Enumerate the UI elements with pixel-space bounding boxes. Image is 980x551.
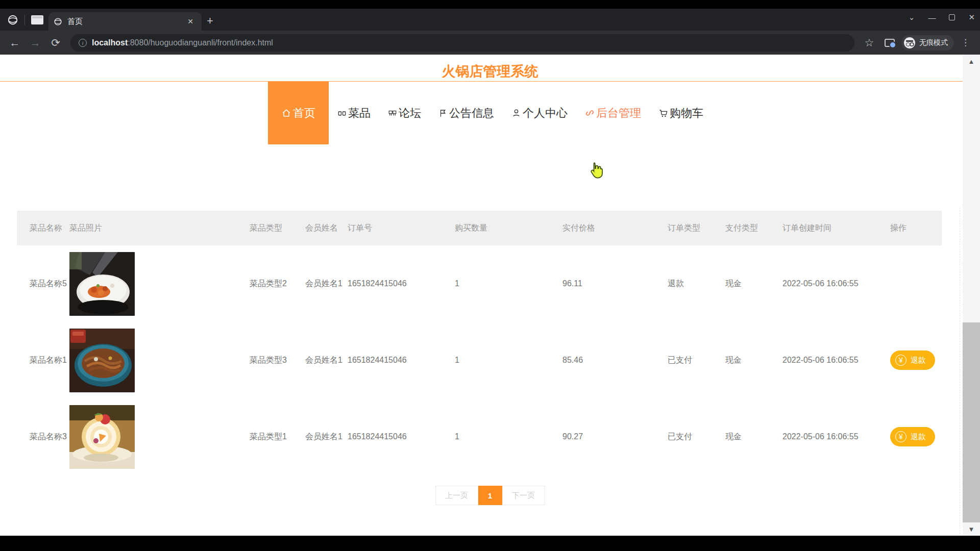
nav-label: 首页 — [293, 106, 315, 121]
cell-member-name: 会员姓名1 — [305, 245, 348, 322]
nav-item-home[interactable]: 首页 — [268, 82, 329, 144]
col-actions: 操作 — [890, 211, 942, 245]
cell-member-name: 会员姓名1 — [305, 322, 348, 398]
cell-quantity: 1 — [455, 322, 562, 398]
current-page-button[interactable]: 1 — [478, 486, 502, 505]
nav-item-forum[interactable]: 论坛 — [379, 82, 430, 144]
incognito-icon — [904, 37, 915, 48]
incognito-badge: 无痕模式 — [901, 35, 954, 51]
cell-created-time: 2022-05-06 16:06:55 — [782, 245, 890, 322]
url-host: localhost — [92, 38, 128, 47]
cell-order-no: 1651824415046 — [348, 398, 455, 475]
window-chevron-icon[interactable]: ⌄ — [909, 13, 915, 22]
browser-menu-button[interactable]: ⋮ — [957, 37, 974, 48]
cart-icon — [658, 108, 668, 118]
scrollbar-track[interactable] — [963, 68, 980, 522]
refund-label: 退款 — [911, 432, 926, 442]
nav-label: 论坛 — [399, 106, 421, 121]
next-page-button[interactable]: 下一页 — [502, 486, 545, 505]
table-row: 菜品名称1 — [17, 322, 942, 398]
nav-label: 个人中心 — [523, 106, 568, 121]
table-row: 菜品名称3 — [17, 398, 942, 475]
nav-item-cart[interactable]: 购物车 — [650, 82, 712, 144]
incognito-label: 无痕模式 — [919, 38, 948, 47]
window-close-button[interactable]: ✕ — [968, 13, 975, 22]
tab-close-icon[interactable]: ✕ — [184, 16, 197, 27]
forum-icon — [388, 109, 397, 118]
window-minimize-button[interactable]: — — [928, 13, 936, 22]
url-text[interactable]: localhost:8080/huoguodianguanli/front/in… — [92, 38, 273, 47]
nav-item-personal-center[interactable]: 个人中心 — [503, 82, 576, 144]
col-quantity: 购买数量 — [455, 211, 562, 245]
dishes-icon — [337, 109, 347, 118]
link-icon — [585, 108, 595, 118]
window-thumbnail-icon[interactable] — [31, 15, 43, 24]
user-icon — [511, 108, 521, 118]
table-right-dashed-border — [960, 208, 960, 536]
cell-price: 96.11 — [562, 245, 668, 322]
prev-page-button[interactable]: 上一页 — [435, 486, 478, 505]
url-path: :8080/huoguodianguanli/front/index.html — [128, 38, 273, 47]
col-price: 实付价格 — [562, 211, 668, 245]
cell-quantity: 1 — [455, 245, 562, 322]
browser-tabstrip: 首页 ✕ + ⌄ — ✕ — [0, 9, 980, 31]
side-panel-icon[interactable] — [881, 34, 898, 52]
tab-favicon-globe-icon — [54, 17, 62, 26]
mouse-cursor-hand — [588, 162, 603, 179]
window-maximize-button[interactable] — [949, 14, 955, 20]
cell-order-no: 1651824415046 — [348, 245, 455, 322]
scrollbar-down-icon[interactable]: ▼ — [968, 522, 975, 536]
scrollbar-up-icon[interactable]: ▲ — [968, 55, 975, 68]
address-bar[interactable]: i localhost:8080/huoguodianguanli/front/… — [70, 34, 854, 52]
cell-price: 90.27 — [562, 398, 668, 475]
page-content: 火锅店管理系统 首页 菜品 论坛 公告信息 个人中心 — [0, 55, 980, 536]
dish-photo — [69, 329, 135, 392]
reload-button[interactable]: ⟳ — [47, 34, 64, 52]
bookmark-star-icon[interactable]: ☆ — [861, 34, 878, 52]
table-header-row: 菜品名称 菜品照片 菜品类型 会员姓名 订单号 购买数量 实付价格 订单类型 支… — [17, 211, 942, 245]
browser-toolbar: ← → ⟳ i localhost:8080/huoguodianguanli/… — [0, 31, 980, 55]
table-row: 菜品名称5 — [17, 245, 942, 322]
back-button[interactable]: ← — [6, 34, 23, 52]
col-order-no: 订单号 — [348, 211, 455, 245]
letterbox-bottom — [0, 536, 980, 551]
cell-actions: ¥ 退款 — [890, 398, 942, 475]
nav-label: 公告信息 — [449, 106, 494, 121]
cell-order-no: 1651824415046 — [348, 322, 455, 398]
nav-item-admin[interactable]: 后台管理 — [576, 82, 650, 144]
page-scrollbar[interactable]: ▲ ▼ — [963, 55, 980, 536]
cell-dish-photo — [69, 398, 250, 475]
refund-label: 退款 — [911, 356, 926, 365]
col-pay-type: 支付类型 — [725, 211, 782, 245]
cell-order-type: 已支付 — [668, 322, 725, 398]
main-navigation: 首页 菜品 论坛 公告信息 个人中心 后台管理 — [0, 82, 980, 144]
cell-dish-type: 菜品类型1 — [250, 398, 305, 475]
refund-button[interactable]: ¥ 退款 — [890, 427, 935, 446]
scrollbar-thumb[interactable] — [963, 322, 980, 522]
yen-icon: ¥ — [895, 431, 906, 442]
cell-created-time: 2022-05-06 16:06:55 — [782, 398, 890, 475]
browser-tab[interactable]: 首页 ✕ — [48, 12, 202, 31]
new-tab-button[interactable]: + — [202, 14, 220, 31]
pagination: 上一页 1 下一页 — [0, 486, 980, 505]
nav-item-dishes[interactable]: 菜品 — [329, 82, 379, 144]
cell-pay-type: 现金 — [725, 398, 782, 475]
tabstrip-left-icons — [0, 9, 48, 31]
cell-pay-type: 现金 — [725, 245, 782, 322]
home-icon — [281, 108, 291, 118]
col-member-name: 会员姓名 — [305, 211, 348, 245]
refund-button[interactable]: ¥ 退款 — [890, 350, 935, 370]
col-order-type: 订单类型 — [668, 211, 725, 245]
dish-photo — [69, 252, 135, 316]
cell-order-type: 退款 — [668, 245, 725, 322]
nav-item-announcements[interactable]: 公告信息 — [430, 82, 503, 144]
cell-dish-name: 菜品名称3 — [17, 398, 69, 475]
cell-actions — [890, 245, 942, 322]
orders-table: 菜品名称 菜品照片 菜品类型 会员姓名 订单号 购买数量 实付价格 订单类型 支… — [17, 211, 942, 475]
cell-dish-type: 菜品类型3 — [250, 322, 305, 398]
tab-title: 首页 — [67, 17, 179, 27]
site-info-icon[interactable]: i — [79, 39, 87, 47]
cell-dish-photo — [69, 322, 250, 398]
yen-icon: ¥ — [895, 355, 906, 366]
forward-button[interactable]: → — [27, 34, 44, 52]
